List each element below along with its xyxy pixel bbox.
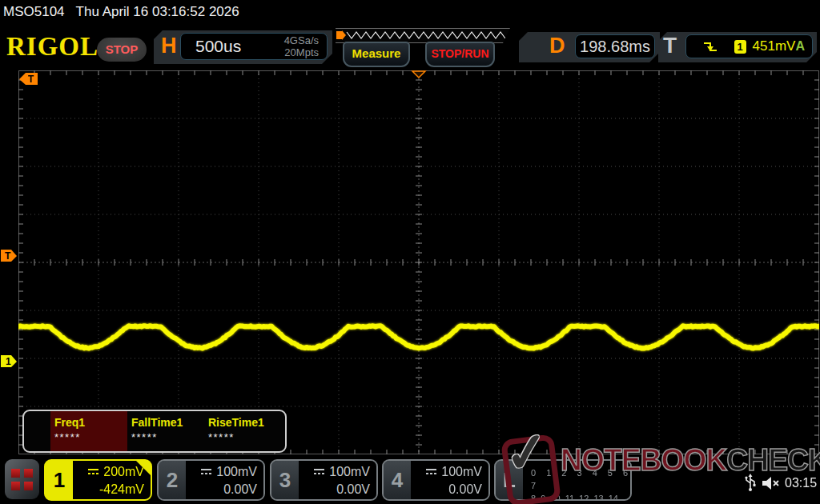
trigger-level-flag[interactable]: T: [1, 250, 18, 262]
trigger-source-badge: 1: [734, 40, 746, 54]
channel1-position-flag[interactable]: 1: [1, 355, 18, 368]
channel-2-number: 2: [159, 461, 186, 499]
channel-1-number: 1: [46, 461, 73, 499]
horizontal-panel[interactable]: H 500us 4GSa/s 20Mpts: [154, 30, 332, 64]
falling-edge-icon: [702, 40, 717, 54]
channel-4-number: 4: [384, 461, 411, 499]
channel-2-tab[interactable]: 2 100mV 0.00V: [157, 459, 265, 501]
channel-1-scale: 200mV: [103, 465, 144, 478]
datetime: Thu April 16 03:16:52 2026: [76, 4, 239, 19]
trigger-label: T: [663, 33, 677, 58]
measurement-falltime1[interactable]: FallTime1 *****: [127, 411, 204, 451]
sample-rate: 4GSa/s: [284, 34, 319, 46]
memory-depth: 20Mpts: [284, 46, 319, 58]
channel-3-tab[interactable]: 3 100mV 0.00V: [270, 459, 378, 501]
channel-4-scale: 100mV: [441, 465, 482, 478]
overview-waveform-icon: [336, 29, 510, 42]
trigger-level-value: 451mV: [753, 38, 796, 54]
speaker-muted-icon[interactable]: [761, 475, 782, 491]
logic-row-8-15: 8 9 10 11 12 13 14 15: [531, 492, 630, 501]
measurement-freq1[interactable]: Freq1 *****: [50, 411, 127, 451]
measurement-value: *****: [50, 431, 127, 443]
delay-readout[interactable]: 198.68ms: [575, 34, 655, 58]
measurement-label: Freq1: [50, 416, 127, 429]
logic-label: L: [496, 461, 523, 499]
delay-value: 198.68ms: [580, 38, 650, 56]
channel-1-tab[interactable]: 1 200mV -424mV: [44, 459, 152, 501]
rigol-logo: RIGOL: [6, 32, 98, 62]
delay-panel[interactable]: D 198.68ms: [519, 32, 660, 62]
channel-2-offset: 0.00V: [186, 481, 257, 498]
horizontal-label: H: [161, 34, 177, 58]
run-state-indicator[interactable]: STOP: [97, 38, 147, 62]
trigger-level-flag-label: T: [5, 250, 11, 262]
dc-coupling-icon: [425, 468, 437, 475]
trigger-readout[interactable]: 1 451mV A: [685, 34, 813, 58]
ch1-waveform-trace: [18, 70, 819, 454]
clock: 03:15: [785, 476, 817, 490]
timebase-readout[interactable]: 500us 4GSa/s 20Mpts: [180, 33, 328, 60]
measure-button[interactable]: Measure: [343, 42, 410, 67]
channel-3-offset: 0.00V: [299, 481, 370, 498]
usb-icon: [743, 474, 758, 493]
measurement-risetime1[interactable]: RiseTime1 *****: [204, 411, 281, 451]
menu-grid-icon: [11, 469, 33, 490]
trigger-position-flag[interactable]: T: [19, 73, 38, 86]
acquisition-info: 4GSa/s 20Mpts: [284, 34, 319, 58]
channel-4-tab[interactable]: 4 100mV 0.00V: [382, 459, 490, 501]
trigger-position-flag-label: T: [28, 74, 34, 85]
delay-label: D: [549, 34, 565, 58]
dc-coupling-icon: [200, 468, 212, 475]
measurement-label: RiseTime1: [204, 416, 281, 429]
model-name: MSO5104: [3, 4, 65, 19]
channel-3-scale: 100mV: [329, 465, 370, 478]
channel1-position-flag-label: 1: [6, 356, 11, 367]
title-bar: MSO5104Thu April 16 03:16:52 2026: [3, 4, 239, 20]
channel-2-scale: 100mV: [216, 465, 257, 478]
measurement-label: FallTime1: [127, 416, 204, 429]
channel-3-number: 3: [271, 461, 299, 499]
logic-row-0-7: 0 1 2 3 4 5 6 7: [531, 466, 630, 492]
channel-1-offset: -424mV: [73, 481, 144, 498]
timebase-value: 500us: [195, 37, 241, 56]
dc-coupling-icon: [87, 468, 99, 475]
stop-run-button[interactable]: STOP/RUN: [425, 42, 495, 67]
trigger-panel[interactable]: T 1 451mV A: [658, 32, 817, 62]
measurement-value: *****: [204, 431, 281, 443]
menu-button[interactable]: [5, 459, 39, 499]
measurement-value: *****: [127, 431, 204, 443]
logic-channels-tab[interactable]: L 0 1 2 3 4 5 6 7 8 9 10 11 12 13 14 15: [494, 459, 632, 501]
channel-4-offset: 0.00V: [411, 481, 482, 498]
measurement-results-box[interactable]: Freq1 ***** FallTime1 ***** RiseTime1 **…: [22, 410, 287, 453]
dc-coupling-icon: [313, 468, 325, 475]
trigger-sweep-mode: A: [795, 39, 805, 54]
